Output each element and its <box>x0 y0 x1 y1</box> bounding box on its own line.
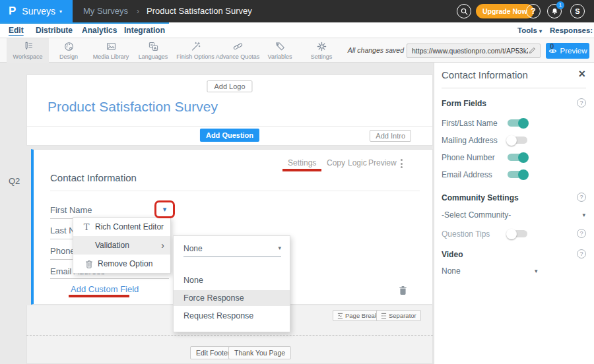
close-icon[interactable]: × <box>578 67 585 82</box>
design-icon <box>63 41 75 52</box>
toggle-phone-number[interactable] <box>508 154 527 161</box>
toolbar-item-design[interactable]: Design <box>48 38 90 63</box>
languages-icon <box>148 41 159 52</box>
question-menu-preview[interactable]: Preview <box>368 158 397 167</box>
question-number: Q2 <box>9 176 20 186</box>
chevron-right-icon: › <box>161 241 164 250</box>
field-label-first-name[interactable]: First Name <box>50 205 92 215</box>
menu-item-rich-content-editor[interactable]: T Rich Content Editor <box>73 218 170 236</box>
validation-select-value[interactable]: None <box>183 244 203 253</box>
survey-title[interactable]: Product Satisfaction Survey <box>48 99 218 115</box>
field-label-phone[interactable]: Phone <box>50 246 75 256</box>
search-button[interactable] <box>457 4 471 18</box>
validation-option-request-response[interactable]: Request Response <box>174 308 290 324</box>
toolbar-label: Media Library <box>93 53 129 60</box>
question-menu-settings[interactable]: Settings <box>288 158 316 167</box>
breadcrumb-parent[interactable]: My Surveys <box>83 0 128 22</box>
validation-submenu: None ▾ None Force Response Request Respo… <box>173 235 290 332</box>
toggle-first-last-name[interactable] <box>508 119 527 127</box>
toggle-mailing-address[interactable] <box>508 136 527 144</box>
dashed-divider <box>26 335 433 336</box>
menu-item-label: Validation <box>95 241 129 250</box>
tab-distribute[interactable]: Distribute <box>36 22 73 38</box>
toolbar-item-workspace[interactable]: Workspace <box>7 38 49 63</box>
tools-label: Tools <box>517 26 537 34</box>
help-icon[interactable]: ? <box>577 193 586 202</box>
thank-you-page-button[interactable]: Thank You Page <box>228 346 291 359</box>
finish-options-icon <box>190 41 201 52</box>
delete-question-trash-icon[interactable] <box>399 285 407 295</box>
toolbar-item-languages[interactable]: Languages <box>132 38 174 63</box>
toolbar-item-finish-options[interactable]: Finish Options <box>174 38 216 63</box>
help-icon[interactable]: ? <box>577 249 586 258</box>
toggle-label-email-address: Email Address <box>442 170 492 179</box>
separator-icon <box>381 313 387 319</box>
video-select[interactable]: None <box>442 266 461 276</box>
toolbar-item-media-library[interactable]: Media Library <box>90 38 132 63</box>
add-intro-button[interactable]: Add Intro <box>370 130 411 142</box>
trash-icon <box>82 260 96 268</box>
community-select[interactable]: -Select Community- <box>442 210 511 220</box>
autosave-status: All changes saved <box>343 38 404 63</box>
field-options-chevron-highlighted[interactable]: ▾ <box>154 200 175 218</box>
separator-label: Separator <box>389 312 416 319</box>
text-editor-icon: T <box>80 222 93 232</box>
breadcrumb-current: Product Satisfaction Survey <box>147 0 252 22</box>
chevron-down-icon: ▾ <box>535 268 538 274</box>
help-button[interactable]: ? <box>526 4 541 18</box>
add-custom-field-link[interactable]: Add Custom Field <box>71 284 139 294</box>
search-icon <box>460 7 469 16</box>
toolbar-label: Advance Quotas <box>216 53 260 60</box>
add-question-button[interactable]: Add Question <box>200 129 259 142</box>
divider <box>442 88 586 88</box>
question-title[interactable]: Contact Information <box>50 172 137 183</box>
toolbar-item-advance-quotas[interactable]: Advance Quotas <box>216 38 259 63</box>
question-tips-label: Question Tips <box>442 229 490 239</box>
chevron-down-icon: ▾ <box>163 205 167 214</box>
question-menu-copy[interactable]: Copy <box>327 158 345 167</box>
menu-item-remove-option[interactable]: Remove Option <box>73 255 170 273</box>
product-switcher[interactable]: P Surveys ▾ <box>0 0 73 22</box>
breadcrumb-separator-icon: › <box>137 0 139 22</box>
more-options-icon[interactable] <box>401 159 403 168</box>
annotation-underline-settings <box>282 169 321 171</box>
survey-url-input[interactable] <box>407 44 541 58</box>
upgrade-now-button[interactable]: Upgrade Now <box>476 4 534 18</box>
tools-dropdown[interactable]: Tools ▾ <box>517 22 542 40</box>
survey-nav: Edit Distribute Analytics Integration To… <box>0 22 594 38</box>
validation-option-none[interactable]: None <box>174 272 290 288</box>
settings-icon <box>316 41 327 52</box>
video-heading: Video <box>442 250 463 259</box>
toolbar-item-variables[interactable]: Variables <box>259 38 301 63</box>
responses-count[interactable]: Responses: 0 <box>550 22 594 54</box>
tab-edit[interactable]: Edit <box>9 22 24 38</box>
validation-option-force-response[interactable]: Force Response <box>174 290 290 306</box>
toggle-question-tips[interactable] <box>508 230 527 237</box>
add-logo-button[interactable]: Add Logo <box>207 80 252 92</box>
page-break-button[interactable]: Page Break <box>333 310 383 321</box>
edit-url-pencil-icon[interactable] <box>529 47 536 54</box>
page-break-icon <box>337 313 343 319</box>
toolbar-label: Languages <box>139 53 168 60</box>
page-break-label: Page Break <box>345 312 378 319</box>
panel-title: Contact Information <box>442 69 528 80</box>
advance-quotas-icon <box>232 41 244 52</box>
toggle-email-address[interactable] <box>508 171 527 178</box>
question-menu-logic[interactable]: Logic <box>348 158 367 167</box>
toolbar-item-settings[interactable]: Settings <box>300 38 343 63</box>
help-icon[interactable]: ? <box>577 98 586 107</box>
avatar[interactable]: S <box>570 4 585 18</box>
avatar-initial: S <box>575 7 579 15</box>
help-icon[interactable]: ? <box>577 229 586 238</box>
toolbar-label: Design <box>59 53 78 60</box>
toggle-label-mailing-address: Mailing Address <box>442 136 498 145</box>
field-underline <box>50 278 169 279</box>
menu-item-validation[interactable]: Validation › <box>73 236 170 255</box>
form-fields-heading: Form Fields <box>442 99 486 108</box>
separator-button[interactable]: Separator <box>376 310 421 321</box>
tab-integration[interactable]: Integration <box>124 22 165 38</box>
toolbar-label: Variables <box>268 53 292 60</box>
tab-analytics[interactable]: Analytics <box>82 22 117 38</box>
toggle-label-phone-number: Phone Number <box>442 153 495 162</box>
top-bar: P Surveys ▾ My Surveys › Product Satisfa… <box>0 0 594 22</box>
